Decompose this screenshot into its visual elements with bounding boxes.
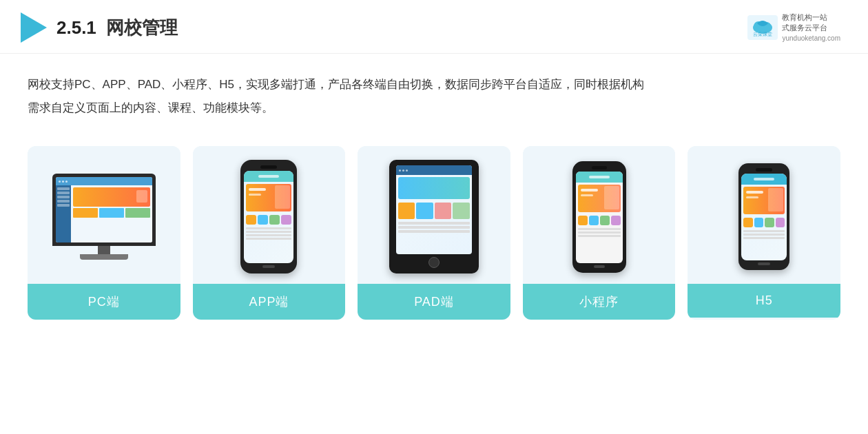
header-right: 云朵课堂 教育机构一站 式服务云平台 yunduoketang.com xyxy=(747,12,840,43)
phone-screen xyxy=(244,171,293,263)
h5-phone-notch xyxy=(756,168,772,172)
card-pc: PC端 xyxy=(28,146,180,320)
pad-screen xyxy=(396,165,472,254)
card-label-app: APP端 xyxy=(193,284,346,320)
monitor-screen xyxy=(56,177,152,242)
card-image-h5 xyxy=(688,146,840,284)
logo-triangle-icon xyxy=(21,12,47,43)
brand-text: 教育机构一站 式服务云平台 yunduoketang.com xyxy=(782,12,840,43)
app-phone-icon xyxy=(240,160,297,273)
card-pad: PAD端 xyxy=(358,146,510,320)
card-label-h5: H5 xyxy=(688,284,840,318)
card-label-pc: PC端 xyxy=(28,284,180,320)
brand-tagline2: 式服务云平台 xyxy=(782,23,840,33)
header-left: 2.5.1 网校管理 xyxy=(21,12,178,43)
pad-tablet-icon xyxy=(389,160,479,273)
h5-phone-icon xyxy=(738,163,789,270)
brand-cloud-icon: 云朵课堂 xyxy=(747,15,778,40)
brand-logo: 云朵课堂 教育机构一站 式服务云平台 yunduoketang.com xyxy=(747,12,840,43)
card-label-pad: PAD端 xyxy=(358,284,510,320)
mini-phone-notch xyxy=(592,166,607,169)
brand-tagline1: 教育机构一站 xyxy=(782,12,840,23)
brand-url: yunduoketang.com xyxy=(782,34,840,43)
phone-home-button xyxy=(262,265,275,268)
card-label-mini: 小程序 xyxy=(523,284,676,320)
mini-phone-icon xyxy=(572,161,626,273)
title-text: 网校管理 xyxy=(106,17,178,38)
mini-phone-screen xyxy=(576,172,623,263)
pc-monitor-icon xyxy=(49,174,159,260)
section-number: 2.5.1 xyxy=(56,17,96,38)
mini-phone-btn xyxy=(594,265,605,268)
h5-home-button xyxy=(758,262,770,265)
card-image-mini xyxy=(523,146,676,284)
description-block: 网校支持PC、APP、PAD、小程序、H5，实现多端打通，产品各终端自由切换，数… xyxy=(0,54,868,120)
card-h5: H5 xyxy=(688,146,840,320)
card-mini: 小程序 xyxy=(523,146,676,320)
h5-phone-screen xyxy=(741,174,787,260)
phone-notch xyxy=(260,165,277,169)
page-title: 2.5.1 网校管理 xyxy=(56,16,178,40)
card-image-pad xyxy=(358,146,510,284)
cards-section: PC端 xyxy=(0,127,868,320)
description-line1: 网校支持PC、APP、PAD、小程序、H5，实现多端打通，产品各终端自由切换，数… xyxy=(28,73,840,96)
pad-home-button xyxy=(428,257,440,268)
card-app: APP端 xyxy=(193,146,346,320)
description-line2: 需求自定义页面上的内容、课程、功能模块等。 xyxy=(28,96,840,120)
card-image-pc xyxy=(28,146,180,284)
monitor-frame xyxy=(52,174,156,246)
card-image-app xyxy=(193,146,346,284)
page-container: 2.5.1 网校管理 云朵课堂 xyxy=(0,0,868,434)
page-header: 2.5.1 网校管理 云朵课堂 xyxy=(0,0,868,54)
svg-text:云朵课堂: 云朵课堂 xyxy=(753,32,772,37)
